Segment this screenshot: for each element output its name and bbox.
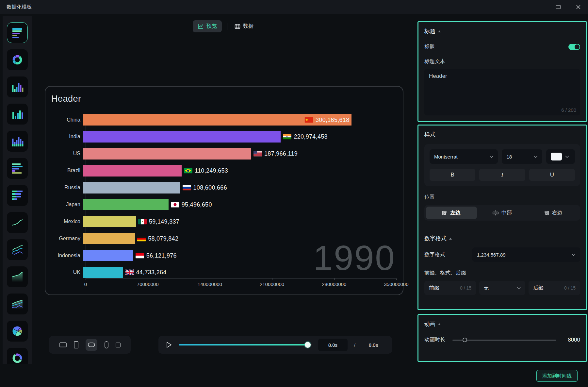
- chart-row-mexico: Mexico59,149,337: [51, 216, 396, 227]
- flag-cn-icon: ★: [305, 117, 313, 123]
- title-section-header[interactable]: 标题: [424, 27, 580, 35]
- seek-knob[interactable]: [305, 342, 311, 348]
- font-family-select[interactable]: Montserrat: [430, 149, 498, 164]
- value-label-group: 110,249,653: [184, 167, 228, 174]
- aspect-ratio-bar: [49, 336, 131, 354]
- tick-mark: [396, 278, 397, 280]
- title-text-value: Header: [429, 73, 576, 79]
- tab-data[interactable]: 数据: [233, 20, 255, 32]
- svg-text:★: ★: [305, 118, 308, 121]
- underline-button[interactable]: U: [529, 169, 575, 181]
- sidebar-item-multi-line-chart[interactable]: [7, 239, 28, 260]
- aspect-9-16-button[interactable]: [74, 341, 78, 348]
- position-align-center[interactable]: 中部: [477, 207, 528, 219]
- bold-button[interactable]: B: [430, 169, 475, 181]
- sidebar-item-donut-chart-alt[interactable]: [7, 348, 28, 364]
- aspect-tall-rounded-button[interactable]: [105, 341, 108, 348]
- suffix-input[interactable]: 后缀 0 / 15: [529, 281, 580, 295]
- bar-track: 58,079,842: [83, 233, 396, 244]
- chevron-down-icon: [534, 156, 538, 158]
- sidebar-item-column-chart-multicolor[interactable]: [7, 76, 28, 97]
- prefix-format-suffix-label: 前缀、格式、后缀: [424, 270, 580, 277]
- font-size-value: 18: [506, 154, 531, 160]
- align-left-icon: [442, 210, 447, 215]
- duration-knob[interactable]: [463, 338, 467, 342]
- chevron-down-icon: [565, 156, 569, 158]
- title-toggle-label: 标题: [424, 43, 435, 50]
- title-toggle[interactable]: [568, 44, 580, 50]
- close-icon[interactable]: [575, 4, 581, 10]
- sidebar-item-column-chart-stacked[interactable]: [7, 131, 28, 152]
- number-format-header[interactable]: 数字格式: [424, 235, 580, 242]
- playback-bar: 8.0s / 8.0s: [158, 336, 392, 354]
- animation-section-label: 动画: [424, 320, 435, 328]
- bar: [83, 233, 135, 244]
- bar: [83, 148, 251, 160]
- chevron-down-icon: [517, 287, 521, 289]
- number-format-label: 数字格式: [424, 251, 445, 258]
- sidebar-item-hbar-chart[interactable]: [7, 158, 28, 179]
- chevron-down-icon: [572, 254, 576, 256]
- italic-button[interactable]: I: [479, 169, 525, 181]
- bar-race-chart: China★300,165,618India220,974,453US187,9…: [51, 114, 396, 289]
- position-align-left[interactable]: 左边: [426, 207, 477, 219]
- sidebar-item-donut-chart[interactable]: [7, 49, 28, 70]
- bar: [83, 267, 123, 278]
- tab-data-label: 数据: [243, 23, 253, 30]
- title-text-input[interactable]: Header 6 / 200: [424, 69, 580, 115]
- value-label: 220,974,453: [294, 133, 327, 140]
- line-chart-icon: [198, 24, 204, 29]
- category-label: China: [51, 117, 83, 123]
- flag-mx-icon: [138, 219, 147, 224]
- duration-track: [452, 340, 556, 341]
- category-label: India: [51, 134, 83, 140]
- aspect-16-9-button[interactable]: [59, 342, 67, 347]
- bar-track: 59,149,337: [83, 216, 396, 227]
- sidebar-item-bar-race-chart[interactable]: [7, 22, 28, 43]
- aspect-1-1-button[interactable]: [116, 343, 121, 347]
- font-color-select[interactable]: [546, 149, 575, 164]
- position-label: 位置: [424, 194, 580, 201]
- flag-jp-icon: [171, 202, 179, 207]
- category-label: US: [51, 151, 83, 157]
- font-family-value: Montserrat: [434, 154, 486, 160]
- flag-in-icon: [283, 134, 291, 140]
- current-time-field[interactable]: 8.0s: [318, 339, 348, 351]
- prefix-input[interactable]: 前缀 0 / 15: [424, 281, 476, 295]
- sidebar-item-column-chart-teal[interactable]: [7, 104, 28, 125]
- bar-track: 110,249,653: [83, 165, 396, 177]
- sidebar-item-pie-chart[interactable]: [7, 321, 28, 342]
- chart-row-japan: Japan95,496,650: [51, 199, 396, 210]
- add-to-timeline-button[interactable]: 添加到时间线: [536, 370, 578, 382]
- seek-slider[interactable]: [179, 342, 312, 348]
- tick-mark: [334, 278, 335, 280]
- number-format-value: 1,234,567.89: [477, 252, 568, 258]
- number-format-select[interactable]: 1,234,567.89: [472, 247, 580, 262]
- play-button[interactable]: [166, 341, 172, 348]
- position-align-right[interactable]: 右边: [528, 207, 579, 219]
- format-none-select[interactable]: 无: [479, 281, 525, 295]
- sidebar-item-line-chart[interactable]: [7, 212, 28, 233]
- animation-section-header[interactable]: 动画: [424, 320, 580, 328]
- sidebar-item-hbar-chart-stacked[interactable]: [7, 185, 28, 206]
- align-center-icon: [493, 210, 498, 215]
- tick-label: 0: [84, 281, 87, 287]
- flag-br-icon: [184, 168, 192, 174]
- bar: [83, 250, 133, 261]
- duration-slider[interactable]: [452, 337, 556, 343]
- chart-preview-card: Header 1990 China★300,165,618India220,97…: [45, 86, 403, 295]
- maximize-icon[interactable]: [555, 4, 561, 10]
- tab-preview[interactable]: 预览: [193, 20, 222, 32]
- aspect-wide-rounded-button[interactable]: [86, 339, 97, 351]
- color-swatch: [551, 153, 562, 160]
- position-option-label: 中部: [501, 210, 512, 216]
- sidebar-item-area-chart[interactable]: [7, 266, 28, 287]
- font-size-select[interactable]: 18: [502, 149, 542, 164]
- duration-label: 动画时长: [424, 336, 445, 343]
- value-label-group: ★300,165,618: [305, 116, 349, 123]
- chart-row-indonesia: Indonesia56,121,976: [51, 250, 396, 261]
- font-controls-card: Montserrat 18 B I U: [424, 144, 580, 186]
- sidebar-item-stacked-area-chart[interactable]: [7, 294, 28, 314]
- value-label-group: 56,121,976: [136, 252, 177, 259]
- chart-row-brazil: Brazil110,249,653: [51, 165, 396, 177]
